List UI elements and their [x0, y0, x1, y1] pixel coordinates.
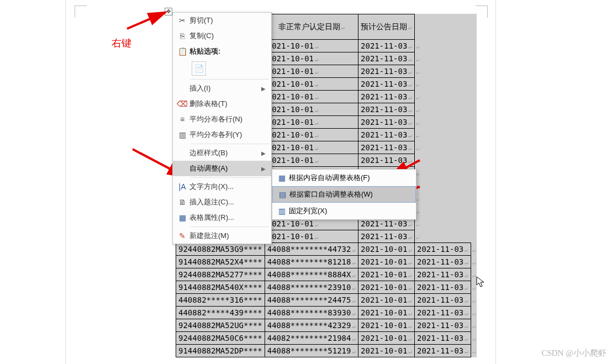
ctx-new-comment[interactable]: ✎ 新建批注(M)	[173, 228, 271, 244]
table-row[interactable]: 92440882MA53G9****44088********44732↵202…	[176, 243, 477, 256]
row-end-mark: ↵	[414, 167, 471, 180]
table-cell[interactable]: 2021-11-03↵	[358, 141, 415, 154]
table-cell[interactable]: 2021-11-03↵	[358, 230, 415, 243]
sub-fit-content[interactable]: ▦ 根据内容自动调整表格(F)	[272, 170, 416, 186]
table-cell[interactable]: 2021-10-01↵	[265, 141, 358, 154]
ctx-border-style[interactable]: 边框样式(B) ▶	[173, 145, 271, 161]
row-end-mark: ↵	[471, 268, 476, 281]
table-row[interactable]: 91440882MA540X****44088********23910↵202…	[176, 281, 477, 294]
table-cell[interactable]: 2021-10-01↵	[358, 332, 415, 345]
page-corner-tl	[75, 6, 87, 18]
table-cell[interactable]: 44088********51219↵	[265, 345, 358, 357]
table-cell[interactable]: 44088********81218↵	[265, 256, 358, 268]
table-cell[interactable]: 2021-11-03↵	[414, 332, 471, 345]
table-cell[interactable]: 2021-10-01↵	[358, 307, 415, 319]
table-cell[interactable]: 2021-11-03↵	[414, 268, 471, 281]
table-cell[interactable]: 2021-11-03↵	[414, 307, 471, 319]
paste-option-row: 📄	[173, 59, 271, 78]
table-cell[interactable]: 2021-11-03↵	[358, 65, 415, 78]
table-cell[interactable]: 44088********8884X↵	[265, 268, 358, 281]
row-end-mark: ↵	[471, 332, 476, 345]
table-cell[interactable]: 2021-11-03↵	[414, 294, 471, 307]
table-cell[interactable]: 2021-10-01↵	[358, 256, 415, 268]
table-row[interactable]: 92440882MA5277****44088********8884X↵202…	[176, 268, 477, 281]
table-cell[interactable]: 44088********42329↵	[265, 319, 358, 332]
table-cell[interactable]: 2021-10-01↵	[358, 294, 415, 307]
ctx-dist-cols[interactable]: ▥ 平均分布各列(Y)	[173, 127, 271, 143]
table-cell[interactable]: 2021-10-01↵	[265, 78, 358, 91]
row-end-mark: ↵	[414, 230, 471, 243]
table-cell[interactable]: 92440882MA53G9****	[176, 243, 265, 256]
table-row[interactable]: 440882*****439****44088********83930↵202…	[176, 307, 477, 319]
ctx-dist-rows[interactable]: ≡ 平均分布各行(N)	[173, 112, 271, 127]
table-move-handle[interactable]: ✥	[165, 8, 172, 15]
table-cell[interactable]: 44088********44732↵	[265, 243, 358, 256]
paste-icon: 📋	[175, 47, 189, 56]
ctx-cut[interactable]: ✂ 剪切(T)	[173, 13, 271, 28]
ctx-copy[interactable]: ⎘ 复制(C)	[173, 28, 271, 44]
table-cell[interactable]: 91440882MA52DP****	[176, 345, 265, 357]
table-cell[interactable]: 2021-10-01↵	[265, 40, 358, 52]
row-end-mark: ↵	[471, 256, 476, 268]
ctx-auto-fit[interactable]: 自动调整(A) ▶	[173, 161, 271, 176]
ctx-table-props[interactable]: ▦ 表格属性(R)...	[173, 210, 271, 225]
table-cell[interactable]: 44082********21984↵	[265, 332, 358, 345]
table-row[interactable]: 92440882MA50C6****44082********21984↵202…	[176, 332, 477, 345]
table-cell[interactable]: 2021-10-01↵	[358, 243, 415, 256]
table-cell[interactable]: 2021-11-03↵	[358, 52, 415, 65]
table-cell[interactable]: 92440882MA50C6****	[176, 332, 265, 345]
table-cell[interactable]: 92440882MA5277****	[176, 268, 265, 281]
table-cell[interactable]: 2021-10-01↵	[265, 230, 358, 243]
table-cell[interactable]: 44088********24475↵	[265, 294, 358, 307]
table-cell[interactable]: 2021-11-03↵	[414, 345, 471, 357]
table-cell[interactable]: 2021-10-01↵	[265, 91, 358, 103]
sub-fit-window[interactable]: ▤ 根据窗口自动调整表格(W)	[272, 186, 416, 203]
table-cell[interactable]: 2021-10-01↵	[358, 281, 415, 294]
table-cell[interactable]: 2021-10-01↵	[265, 103, 358, 116]
row-end-mark: ↵	[471, 243, 476, 256]
table-cell[interactable]: 2021-11-03↵	[358, 116, 415, 129]
table-cell[interactable]: 92440882MA52UG****	[176, 319, 265, 332]
table-cell[interactable]: 2021-10-01↵	[265, 65, 358, 78]
table-cell[interactable]: 2021-11-03↵	[358, 129, 415, 141]
table-cell[interactable]: 2021-10-01↵	[265, 154, 358, 167]
ctx-caption[interactable]: 🗎 插入题注(C)...	[173, 194, 271, 210]
table-cell[interactable]: 91440882MA52X4****	[176, 256, 265, 268]
table-cell[interactable]: 2021-10-01↵	[358, 268, 415, 281]
table-cell[interactable]: 2021-10-01↵	[265, 129, 358, 141]
table-row[interactable]: 92440882MA52UG****44088********42329↵202…	[176, 319, 477, 332]
table-cell[interactable]: 2021-10-01↵	[358, 319, 415, 332]
table-header-cell: 非正常户认定日期↵	[265, 14, 358, 40]
table-row[interactable]: 91440882MA52X4****44088********81218↵202…	[176, 256, 477, 268]
ctx-text-dir[interactable]: |A 文字方向(X)...	[173, 179, 271, 194]
table-cell[interactable]: 2021-11-03↵	[358, 40, 415, 52]
sub-fixed-width[interactable]: ▥ 固定列宽(X)	[272, 203, 416, 219]
table-cell[interactable]: 2021-11-03↵	[358, 154, 415, 167]
table-cell[interactable]: 44088********83930↵	[265, 307, 358, 319]
table-cell[interactable]: 2021-11-03↵	[414, 281, 471, 294]
ctx-insert[interactable]: 插入(I) ▶	[173, 81, 271, 96]
table-cell[interactable]: 2021-10-01↵	[265, 116, 358, 129]
copy-icon: ⎘	[175, 31, 189, 40]
table-cell[interactable]: 2021-10-01↵	[358, 345, 415, 357]
table-cell[interactable]: 2021-11-03↵	[414, 256, 471, 268]
table-cell[interactable]: 440882*****316****	[176, 294, 265, 307]
row-end-mark: ↵	[414, 141, 471, 154]
table-cell[interactable]: 91440882MA540X****	[176, 281, 265, 294]
fit-content-icon: ▦	[275, 173, 289, 182]
table-cell[interactable]: 440882*****439****	[176, 307, 265, 319]
table-cell[interactable]: 44088********23910↵	[265, 281, 358, 294]
table-cell[interactable]: 2021-11-03↵	[358, 91, 415, 103]
row-end-mark: ↵	[414, 129, 471, 141]
table-cell[interactable]: 2021-10-01↵	[265, 52, 358, 65]
table-cell[interactable]: 2021-11-03↵	[358, 103, 415, 116]
table-cell[interactable]: 2021-11-03↵	[414, 243, 471, 256]
table-row[interactable]: 440882*****316****44088********24475↵202…	[176, 294, 477, 307]
ctx-dist-cols-label: 平均分布各列(Y)	[189, 130, 268, 140]
table-row[interactable]: 91440882MA52DP****44088********51219↵202…	[176, 345, 477, 357]
row-end-mark: ↵	[471, 281, 476, 294]
table-cell[interactable]: 2021-11-03↵	[414, 319, 471, 332]
paste-keep-source-icon[interactable]: 📄	[192, 61, 206, 76]
table-cell[interactable]: 2021-11-03↵	[358, 78, 415, 91]
ctx-delete-table[interactable]: ⌫ 删除表格(T)	[173, 96, 271, 112]
